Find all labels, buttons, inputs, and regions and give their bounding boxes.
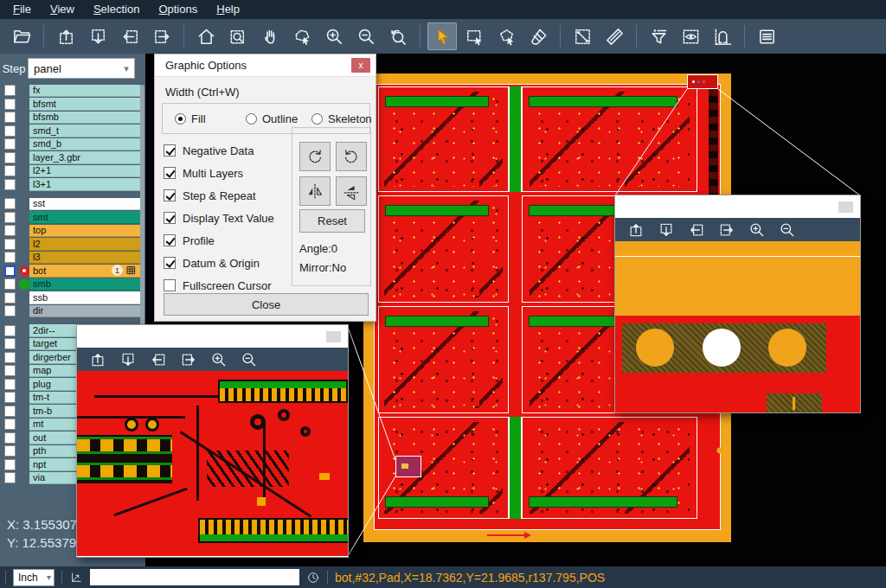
magnifier-title-bar[interactable] xyxy=(77,325,348,348)
close-icon[interactable]: x xyxy=(351,58,370,73)
menu-item-view[interactable]: View xyxy=(41,0,84,19)
layer-visibility-checkbox[interactable] xyxy=(4,99,16,110)
layer-name[interactable]: smd_b xyxy=(29,138,140,151)
layer-name[interactable]: smd_t xyxy=(29,125,140,137)
pan-left-icon[interactable] xyxy=(686,220,707,240)
pan-up-icon[interactable] xyxy=(51,22,80,50)
layer-visibility-checkbox[interactable] xyxy=(4,432,16,444)
layer-visibility-checkbox[interactable] xyxy=(4,112,16,123)
magnifier-window-bottom[interactable] xyxy=(76,324,349,558)
layer-name[interactable]: l2+1 xyxy=(29,165,140,178)
layer-row-sst[interactable]: sst xyxy=(0,197,140,211)
pcb-circuit-block[interactable] xyxy=(378,306,509,413)
layer-visibility-checkbox[interactable] xyxy=(4,472,16,483)
menu-item-file[interactable]: File xyxy=(3,0,41,19)
rotate-ccw-icon[interactable] xyxy=(336,142,367,171)
zoom-polygon-icon[interactable] xyxy=(287,22,317,50)
zoom-in-icon[interactable] xyxy=(747,220,767,240)
menu-item-options[interactable]: Options xyxy=(149,0,207,19)
layer-visibility-checkbox[interactable] xyxy=(4,225,16,236)
select-polygon-icon[interactable] xyxy=(491,22,521,50)
zoom-window-icon[interactable] xyxy=(223,22,253,50)
layer-name[interactable]: l3 xyxy=(29,252,140,265)
layer-visibility-checkbox[interactable] xyxy=(4,265,16,277)
corner-angle-icon[interactable] xyxy=(69,571,83,585)
layer-name[interactable]: top xyxy=(29,225,140,238)
layer-visibility-checkbox[interactable] xyxy=(4,152,16,163)
ruler-icon[interactable] xyxy=(600,22,629,50)
layer-visibility-checkbox[interactable] xyxy=(4,198,16,209)
zoom-out-icon[interactable] xyxy=(239,349,260,370)
zoom-out-icon[interactable] xyxy=(351,22,381,50)
home-icon[interactable] xyxy=(191,22,221,50)
pan-up-icon[interactable] xyxy=(87,349,108,370)
layer-row-ssb[interactable]: ssb xyxy=(0,291,140,305)
checkbox-profile[interactable]: Profile xyxy=(164,229,289,252)
clean-brush-icon[interactable] xyxy=(523,22,553,50)
mirror-horizontal-icon[interactable] xyxy=(299,176,331,206)
reset-button[interactable]: Reset xyxy=(299,209,365,233)
unit-select[interactable]: Inch ▾ xyxy=(13,569,55,586)
pan-hand-icon[interactable] xyxy=(255,22,285,50)
command-input[interactable] xyxy=(90,569,299,585)
radio-fill[interactable]: Fill xyxy=(175,112,206,125)
zoom-in-icon[interactable] xyxy=(209,349,229,370)
layer-row-dir[interactable]: dir xyxy=(0,304,140,318)
measure-distance-icon[interactable] xyxy=(568,22,597,50)
layer-visibility-checkbox[interactable] xyxy=(4,239,16,250)
layer-visibility-checkbox[interactable] xyxy=(4,85,16,96)
highlight-eye-icon[interactable] xyxy=(676,22,705,50)
layer-name[interactable]: bfsmt xyxy=(29,98,140,111)
layer-visibility-checkbox[interactable] xyxy=(4,419,16,430)
layer-name[interactable]: bfsmb xyxy=(29,112,140,125)
layer-visibility-checkbox[interactable] xyxy=(4,338,16,349)
checkbox-multi-layers[interactable]: Multi Layers xyxy=(164,162,289,184)
magnified-pcb-view[interactable] xyxy=(77,371,348,556)
checkbox-step-repeat[interactable]: Step & Repeat xyxy=(164,184,289,207)
pan-up-icon[interactable] xyxy=(626,220,646,240)
layer-name[interactable]: fx xyxy=(29,85,140,98)
layer-visibility-checkbox[interactable] xyxy=(4,292,16,304)
layer-visibility-checkbox[interactable] xyxy=(4,325,16,336)
layer-row-fx[interactable]: fx xyxy=(0,84,140,98)
layer-visibility-checkbox[interactable] xyxy=(4,278,16,290)
layer-visibility-checkbox[interactable] xyxy=(4,165,16,176)
pan-down-icon[interactable] xyxy=(118,349,138,370)
zoom-source-box-bottom[interactable] xyxy=(395,456,421,477)
open-folder-icon[interactable] xyxy=(7,22,36,50)
layer-row-layer_3.gbr[interactable]: layer_3.gbr xyxy=(0,151,140,165)
layer-row-bot[interactable]: bot1 xyxy=(0,265,140,278)
radio-outline[interactable]: Outline xyxy=(246,112,298,125)
snap-mode-icon[interactable] xyxy=(708,22,737,50)
layer-visibility-checkbox[interactable] xyxy=(4,252,16,263)
layer-row-l2+1[interactable]: l2+1 xyxy=(0,164,140,178)
layer-name[interactable]: bot1 xyxy=(29,265,140,278)
select-cursor-icon[interactable] xyxy=(427,22,457,50)
layer-row-top[interactable]: top xyxy=(0,224,140,238)
layer-row-l2[interactable]: l2 xyxy=(0,238,140,252)
step-select[interactable]: panel ▾ xyxy=(28,58,135,79)
magnifier-window-top-right[interactable] xyxy=(614,195,861,413)
layer-name[interactable]: layer_3.gbr xyxy=(29,151,140,164)
pan-left-icon[interactable] xyxy=(115,22,144,50)
checkbox-datum-origin[interactable]: Datum & Origin xyxy=(164,252,289,274)
history-icon[interactable] xyxy=(306,571,320,585)
layer-row-smd_t[interactable]: smd_t xyxy=(0,125,140,138)
layer-visibility-checkbox[interactable] xyxy=(4,305,16,316)
pan-down-icon[interactable] xyxy=(83,22,112,50)
layer-visibility-checkbox[interactable] xyxy=(4,445,16,457)
magnified-fiducial-view[interactable] xyxy=(615,241,860,412)
menu-item-help[interactable]: Help xyxy=(207,0,249,19)
checkbox-display-text-value[interactable]: Display Text Value xyxy=(164,207,289,229)
checkbox-negative-data[interactable]: Negative Data xyxy=(164,139,289,162)
close-button[interactable]: Close xyxy=(164,293,369,316)
layer-panel-icon[interactable] xyxy=(752,22,781,50)
layer-visibility-checkbox[interactable] xyxy=(4,406,16,417)
radio-skeleton[interactable]: Skeleton xyxy=(311,112,372,125)
layer-visibility-checkbox[interactable] xyxy=(4,125,16,137)
layer-row-bfsmt[interactable]: bfsmt xyxy=(0,98,140,112)
layer-visibility-checkbox[interactable] xyxy=(4,392,16,403)
pcb-circuit-block[interactable] xyxy=(522,417,697,519)
menu-item-selection[interactable]: Selection xyxy=(84,0,149,19)
layer-visibility-checkbox[interactable] xyxy=(4,379,16,390)
